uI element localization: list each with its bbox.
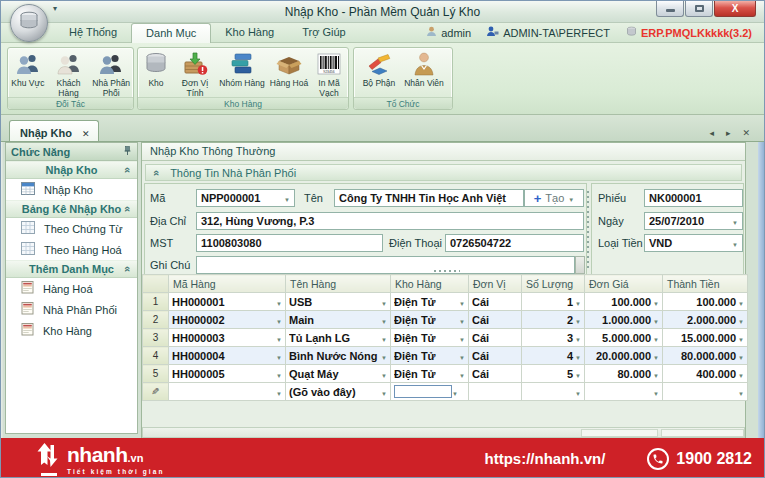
chevron-down-icon[interactable]: [459, 332, 465, 344]
ten-input[interactable]: Công Ty TNHH Tin Học Anh Việt: [334, 189, 524, 207]
sidebar-item-theo-hang-hoa[interactable]: Theo Hàng Hoá: [6, 239, 137, 260]
sidebar-item-theo-chung-tu[interactable]: Theo Chứng Từ: [6, 218, 137, 239]
chevron-down-icon[interactable]: [381, 368, 387, 380]
sidebar-item-hang-hoa[interactable]: Hàng Hoá: [6, 278, 137, 299]
cell-ten-hang[interactable]: USB: [286, 293, 391, 311]
nhanh-logo[interactable]: nhanh.vn Tiết kiệm thời gian: [37, 442, 165, 476]
chevron-down-icon[interactable]: [575, 368, 581, 380]
cell-ten-hang[interactable]: Main: [286, 311, 391, 329]
chevron-down-icon[interactable]: [575, 350, 581, 362]
ribbon-button-khach-hang[interactable]: Khách Hàng: [48, 50, 90, 98]
cell-so-luong[interactable]: [522, 383, 585, 401]
collapse-icon[interactable]: [125, 203, 131, 215]
cell-thanh-tien[interactable]: 2.000.000: [663, 311, 748, 329]
col-ten-hang[interactable]: Tên Hàng: [286, 275, 391, 293]
menu-tab-tro-giup[interactable]: Trợ Giúp: [288, 23, 359, 43]
cell-ma-hang[interactable]: HH000005: [169, 365, 286, 383]
col-thanh-tien[interactable]: Thành Tiền: [663, 275, 748, 293]
chevron-down-icon[interactable]: [653, 332, 659, 344]
cell-thanh-tien[interactable]: 100.000: [663, 293, 748, 311]
cell-don-gia[interactable]: [585, 383, 663, 401]
chevron-down-icon[interactable]: [738, 368, 744, 380]
chevron-down-icon[interactable]: [738, 350, 744, 362]
cell-kho-hang[interactable]: Điện Tử: [391, 365, 469, 383]
cell-don-gia[interactable]: 20.000.000: [585, 347, 663, 365]
chevron-down-icon[interactable]: [276, 332, 282, 344]
grid-row[interactable]: 3 HH000003 Tủ Lạnh LG Điện Tử Cái 3 5.00…: [143, 329, 748, 347]
row-number[interactable]: 1: [143, 293, 169, 311]
chevron-down-icon[interactable]: [575, 332, 581, 344]
chevron-down-icon[interactable]: [276, 350, 282, 362]
cell-kho-hang[interactable]: Điện Tử: [391, 311, 469, 329]
sidebar-item-nhap-kho[interactable]: Nhập Kho: [6, 179, 137, 200]
tao-button[interactable]: + Tạo: [524, 189, 584, 207]
scroll-tabs-right-icon[interactable]: [726, 122, 731, 140]
chevron-down-icon[interactable]: [381, 350, 387, 362]
ngay-datepicker[interactable]: 25/07/2010: [644, 212, 743, 230]
col-so-luong[interactable]: Số Lượng: [522, 275, 585, 293]
chevron-down-icon[interactable]: [738, 296, 744, 308]
chevron-down-icon[interactable]: [459, 368, 465, 380]
collapse-icon[interactable]: [125, 263, 131, 275]
ribbon-button-kho[interactable]: Kho: [138, 50, 174, 89]
cell-don-gia[interactable]: 100.000: [585, 293, 663, 311]
sidebar-item-kho-hang[interactable]: Kho Hàng: [6, 320, 137, 341]
maximize-button[interactable]: [685, 1, 713, 17]
cell-don-gia[interactable]: 5.000.000: [585, 329, 663, 347]
quick-access-caret[interactable]: ▾: [53, 4, 57, 13]
vertical-splitter[interactable]: [587, 191, 589, 269]
chevron-down-icon[interactable]: [653, 350, 659, 362]
ma-combo[interactable]: NPP000001: [196, 189, 295, 207]
sidebar-item-nha-phan-phoi[interactable]: Nhà Phân Phối: [6, 299, 137, 320]
application-menu-orb[interactable]: [10, 4, 48, 42]
collapse-icon[interactable]: [125, 164, 131, 176]
col-ma-hang[interactable]: Mã Hàng: [169, 275, 286, 293]
chevron-down-icon[interactable]: [452, 386, 458, 398]
cell-don-gia[interactable]: 80.000: [585, 365, 663, 383]
chevron-down-icon[interactable]: [284, 192, 290, 204]
chevron-down-icon[interactable]: [732, 237, 738, 249]
cell-so-luong[interactable]: 4: [522, 347, 585, 365]
col-don-gia[interactable]: Đơn Giá: [585, 275, 663, 293]
ribbon-button-nhan-vien[interactable]: Nhân Viên: [400, 50, 448, 89]
sidebar-section-bang-ke[interactable]: Bảng Kê Nhập Kho: [6, 200, 137, 218]
cell-so-luong[interactable]: 5: [522, 365, 585, 383]
horizontal-splitter[interactable]: [434, 270, 460, 272]
cell-thanh-tien[interactable]: 15.000.000: [663, 329, 748, 347]
chevron-down-icon[interactable]: [738, 332, 744, 344]
cell-don-vi[interactable]: Cái: [469, 293, 522, 311]
col-don-vi[interactable]: Đơn Vị: [469, 275, 522, 293]
close-button[interactable]: X: [714, 1, 756, 17]
row-number[interactable]: 5: [143, 365, 169, 383]
chevron-down-icon[interactable]: [459, 296, 465, 308]
cell-so-luong[interactable]: 2: [522, 311, 585, 329]
chevron-down-icon[interactable]: [653, 296, 659, 308]
chevron-down-icon[interactable]: [732, 215, 738, 227]
cell-ten-hang[interactable]: Tủ Lạnh LG: [286, 329, 391, 347]
ribbon-button-in-ma-vach[interactable]: 923456 In Mã Vạch: [310, 50, 348, 98]
document-tab-nhap-kho[interactable]: Nhập Kho: [9, 120, 99, 141]
sidebar-section-them-danh-muc[interactable]: Thêm Danh Mục: [6, 260, 137, 278]
chevron-down-icon[interactable]: [381, 386, 387, 398]
cell-ma-hang[interactable]: [169, 383, 286, 401]
ribbon-button-bo-phan[interactable]: Bộ Phận: [358, 50, 400, 89]
chevron-down-icon[interactable]: [381, 296, 387, 308]
chevron-down-icon[interactable]: [276, 386, 282, 398]
cell-kho-hang[interactable]: Điện Tử: [391, 329, 469, 347]
grid-new-row[interactable]: (Gõ vào đây): [143, 383, 748, 401]
cell-ma-hang[interactable]: HH000003: [169, 329, 286, 347]
chevron-down-icon[interactable]: [653, 386, 659, 398]
pin-icon[interactable]: [123, 146, 132, 158]
grid-row[interactable]: 4 HH000004 Bình Nước Nóng Điện Tử Cái 4 …: [143, 347, 748, 365]
footer-url[interactable]: https://nhanh.vn/: [485, 450, 606, 467]
cell-ten-hang[interactable]: Quạt Máy: [286, 365, 391, 383]
ribbon-button-don-vi-tinh[interactable]: Đơn Vị Tính: [174, 50, 216, 98]
row-number[interactable]: 2: [143, 311, 169, 329]
chevron-down-icon[interactable]: [381, 314, 387, 326]
cell-thanh-tien[interactable]: 80.000.000: [663, 347, 748, 365]
grid-row[interactable]: 2 HH000002 Main Điện Tử Cái 2 1.000.000 …: [143, 311, 748, 329]
chevron-down-icon[interactable]: [575, 296, 581, 308]
col-kho-hang[interactable]: Kho Hàng: [391, 275, 469, 293]
chevron-down-icon[interactable]: [575, 386, 581, 398]
cell-ten-hang[interactable]: Bình Nước Nóng: [286, 347, 391, 365]
